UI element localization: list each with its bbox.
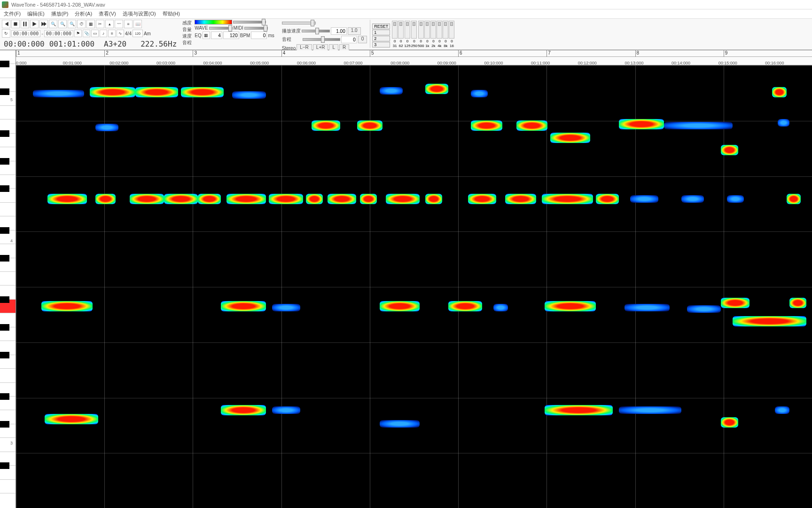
spectrum-view-icon[interactable]: ≡ — [124, 20, 133, 28]
cut-icon[interactable]: ✂ — [96, 20, 104, 28]
spectral-blob — [471, 120, 502, 131]
spectral-blob — [232, 91, 266, 99]
eq-channel-2k[interactable]: 02k — [430, 21, 436, 48]
menu-help[interactable]: 帮助(H) — [163, 10, 180, 17]
zoom-out-icon[interactable]: 🔍 — [58, 20, 67, 28]
playback-speed-label: 播放速度 — [282, 28, 301, 34]
stop-button[interactable] — [11, 20, 20, 28]
menu-file[interactable]: 文件(F) — [4, 10, 21, 17]
speed-slider[interactable] — [302, 30, 330, 32]
menu-view[interactable]: 查看(V) — [99, 10, 116, 17]
menu-bar: 文件(F) 编辑(E) 播放(P) 分析(A) 查看(V) 选项与设置(O) 帮… — [0, 9, 812, 19]
clip-icon[interactable]: 📎 — [83, 30, 90, 37]
eq-channel-4k[interactable]: 04k — [437, 21, 442, 48]
piano-roll-keys[interactable]: 543 — [0, 50, 16, 508]
spectral-blob — [772, 87, 786, 97]
play-button[interactable] — [30, 20, 39, 28]
pitch-input[interactable] — [341, 36, 357, 43]
eq-channel-16[interactable]: 016 — [449, 21, 454, 48]
spectral-blob — [380, 87, 402, 95]
spectral-blob — [328, 194, 356, 204]
wave-label: WAVE — [195, 25, 208, 31]
spectral-blob — [95, 194, 115, 204]
zoom-in-icon[interactable]: 🔍 — [49, 20, 57, 28]
mixer-preset-1[interactable]: 1 — [372, 30, 390, 35]
pause-button[interactable] — [21, 20, 29, 28]
midi-volume-slider[interactable] — [244, 27, 268, 30]
eq-channel-8k[interactable]: 08k — [443, 21, 448, 48]
sensitivity-slider[interactable] — [233, 21, 266, 24]
time-tick: 00:07:000 — [344, 61, 363, 65]
spectral-blob — [545, 301, 596, 311]
eq-bpm-input[interactable] — [223, 32, 239, 39]
menu-edit[interactable]: 编辑(E) — [27, 10, 45, 17]
select-icon[interactable]: ▭ — [91, 30, 99, 37]
pitch-slider[interactable] — [303, 38, 340, 41]
loop-start-time[interactable]: 00:00:000 — [11, 30, 40, 37]
loop-end-time[interactable]: 00:00:000 — [44, 30, 73, 37]
spectral-blob — [721, 298, 750, 308]
eq-channel-250[interactable]: 0250 — [411, 21, 417, 48]
speed-input[interactable] — [331, 27, 347, 35]
marker-a-icon[interactable]: ⚑ — [74, 30, 82, 37]
cursor-freq: 222.56Hz — [139, 40, 179, 48]
mixer-preset-2[interactable]: 2 — [372, 36, 390, 41]
spectral-blob — [164, 194, 198, 204]
wave-view-icon[interactable]: 〰 — [115, 20, 123, 28]
spectral-blob — [272, 406, 301, 414]
speed-reset-button[interactable]: 1.0 — [348, 27, 361, 35]
spectral-blob — [360, 194, 377, 204]
mixer-reset-button[interactable]: RESET — [372, 24, 390, 29]
eq-channel-1k[interactable]: 01k — [424, 21, 430, 48]
window-title: WaveTone - 546587149-1-208_WAV.wav — [11, 2, 105, 8]
spectral-blob — [33, 90, 84, 97]
book-icon[interactable]: 📖 — [133, 20, 142, 28]
eq-channel-62[interactable]: 062 — [398, 21, 404, 48]
mixer-preset-3[interactable]: 3 — [372, 42, 390, 48]
zoom-fit-icon[interactable]: 🔍 — [68, 20, 76, 28]
time-tick: 00:10:000 — [484, 61, 503, 65]
eq-grid-icon[interactable]: ▦ — [203, 32, 210, 39]
menu-analyze[interactable]: 分析(A) — [75, 10, 92, 17]
note-icon[interactable]: ♪ — [100, 30, 107, 37]
time-tick: 00:15:000 — [718, 61, 737, 65]
volume-slider[interactable] — [282, 22, 316, 24]
spectral-blob — [550, 133, 590, 143]
menu-play[interactable]: 播放(P) — [51, 10, 69, 17]
spectral-blob — [45, 414, 99, 424]
rewind-start-button[interactable] — [2, 20, 10, 28]
bpm-offset-input[interactable] — [251, 32, 267, 39]
grid-lines-icon[interactable]: ≡ — [108, 30, 116, 37]
time-tick: 00:06:000 — [297, 61, 316, 65]
wave-volume-slider[interactable] — [209, 27, 233, 30]
eq-channel-125[interactable]: 0125 — [404, 21, 410, 48]
app-logo-icon — [2, 1, 8, 8]
spectral-blob — [425, 194, 442, 204]
spectral-blob — [721, 417, 738, 428]
loop-button[interactable]: ↻ — [2, 29, 10, 38]
spectral-blob — [41, 301, 93, 311]
pitch-reset-button[interactable]: 0 — [358, 36, 367, 43]
eq-channel-31[interactable]: 031 — [392, 21, 398, 48]
eq-channel-500[interactable]: 0500 — [418, 21, 424, 48]
spectral-blob — [221, 301, 266, 311]
spectral-blob — [380, 301, 420, 311]
time-tick: 00:02:000 — [109, 61, 128, 65]
time-sig: 4/4 — [125, 31, 132, 36]
bpm-display[interactable]: 120 — [133, 30, 143, 37]
spectral-blob — [306, 194, 323, 204]
eq-grid-input[interactable] — [211, 32, 222, 39]
spectral-blob — [95, 124, 118, 131]
waveform-icon[interactable]: ∿ — [117, 30, 124, 37]
spectral-blob — [468, 194, 497, 204]
position-time: 001:01:000 — [47, 40, 96, 48]
metronome-icon[interactable]: ⏱ — [77, 20, 86, 28]
spectral-blob — [471, 90, 488, 97]
label-speed: 速度 — [182, 33, 192, 40]
menu-options[interactable]: 选项与设置(O) — [123, 10, 156, 17]
fast-forward-button[interactable] — [39, 20, 48, 28]
time-ruler: 123456789 0:00000:01:00000:02:00000:03:0… — [16, 50, 812, 65]
spectrogram-canvas[interactable]: 123456789 0:00000:01:00000:02:00000:03:0… — [16, 50, 812, 508]
grid-icon[interactable]: ▦ — [86, 20, 95, 28]
marker-icon[interactable]: ▴ — [105, 20, 114, 28]
